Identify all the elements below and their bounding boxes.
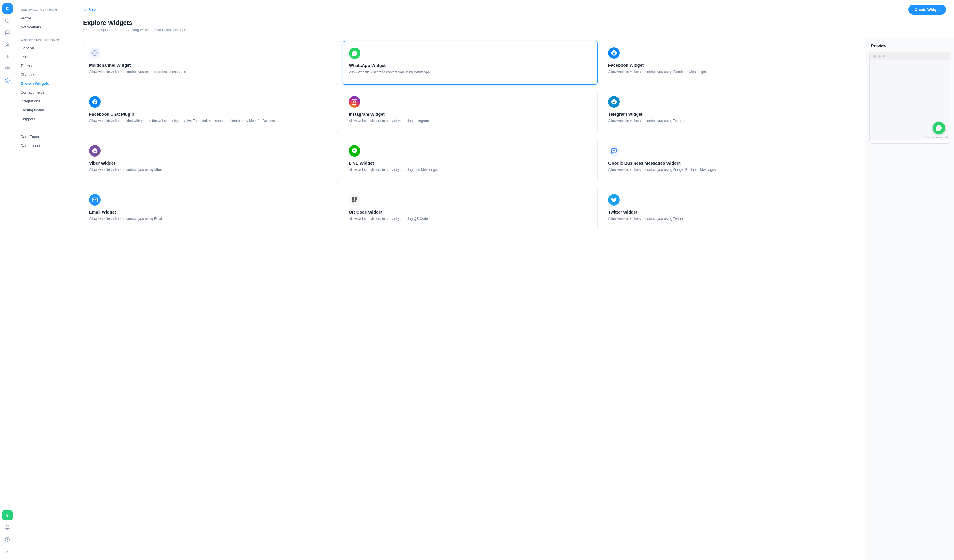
personal-section-label: Personal Settings [15, 6, 75, 14]
app-avatar[interactable]: C [2, 3, 12, 14]
user-avatar[interactable]: S [2, 510, 12, 521]
reports-icon[interactable] [2, 51, 12, 62]
browser-content: Powered by superlf.io [870, 60, 950, 140]
svg-point-1 [6, 20, 8, 22]
facebook-chat-icon [89, 96, 101, 107]
sidebar-icon-rail: C S [0, 0, 15, 560]
instagram-desc: Allow website visitors to contact you us… [349, 118, 592, 123]
twitter-icon [608, 194, 620, 205]
top-bar: Back Create Widget [75, 0, 954, 15]
notifications-icon[interactable] [2, 522, 12, 532]
facebook-desc: Allow website visitors to contact you us… [608, 69, 851, 75]
multichannel-title: Multichannel Widget [89, 63, 332, 68]
email-title: Email Widget [89, 210, 332, 215]
nav-item-growth-widgets[interactable]: Growth Widgets [15, 79, 75, 88]
nav-item-integrations[interactable]: Integrations [15, 97, 75, 106]
nav-item-data-export[interactable]: Data Export [15, 132, 75, 141]
widget-card-viber[interactable]: Viber Widget Allow website visitors to c… [83, 138, 338, 183]
multichannel-icon [89, 47, 101, 59]
nav-item-data-import[interactable]: Data Import [15, 141, 75, 150]
multichannel-desc: Allow website visitors to contact you on… [89, 69, 332, 75]
telegram-icon [608, 96, 620, 107]
widgets-area: Multichannel Widget Allow website visito… [75, 38, 954, 560]
powered-by-label: Powered by superlf.io [926, 136, 948, 138]
preview-whatsapp-button [932, 122, 945, 134]
nav-panel: Personal Settings Profile Notifications … [15, 0, 75, 560]
back-label: Back [88, 8, 97, 12]
widget-card-facebook-chat[interactable]: Facebook Chat Plugin Allow website visit… [83, 90, 338, 134]
qr-icon [349, 194, 360, 205]
nav-item-files[interactable]: Files [15, 123, 75, 132]
qr-desc: Allow website visitors to contact you us… [349, 216, 592, 221]
widget-card-qr[interactable]: QR Code Widget Allow website visitors to… [343, 188, 598, 232]
svg-rect-22 [352, 100, 357, 104]
nav-item-snippets[interactable]: Snippets [15, 115, 75, 123]
svg-rect-29 [353, 198, 354, 199]
preview-browser: Powered by superlf.io [870, 52, 950, 144]
widget-card-instagram[interactable]: Instagram Widget Allow website visitors … [343, 90, 598, 134]
widget-card-email[interactable]: Email Widget Allow website visitors to c… [83, 188, 338, 232]
email-desc: Allow website visitors to contact you us… [89, 216, 332, 221]
preview-panel: Preview Powered by superlf.io [865, 38, 954, 560]
back-link[interactable]: Back [83, 8, 97, 12]
email-icon [89, 194, 101, 205]
svg-rect-30 [355, 198, 356, 199]
widget-card-google[interactable]: Google Business Messages Widget Allow we… [602, 138, 857, 183]
check-icon[interactable] [2, 546, 12, 557]
whatsapp-icon [349, 48, 360, 59]
org-icon[interactable] [2, 64, 12, 74]
browser-bar [870, 52, 950, 60]
google-icon [608, 145, 620, 157]
nav-item-users[interactable]: Users [15, 52, 75, 61]
widget-card-multichannel[interactable]: Multichannel Widget Allow website visito… [83, 40, 338, 85]
create-widget-button[interactable]: Create Widget [909, 5, 946, 15]
twitter-title: Twitter Widget [608, 210, 851, 215]
viber-title: Viber Widget [89, 160, 332, 165]
line-title: LINE Widget [349, 160, 592, 165]
facebook-chat-desc: Allow website visitors to chat with you … [89, 118, 332, 123]
nav-item-contact-fields[interactable]: Contact Fields [15, 88, 75, 97]
qr-title: QR Code Widget [349, 210, 592, 215]
viber-desc: Allow website visitors to contact you us… [89, 167, 332, 173]
nav-item-channels[interactable]: Channels [15, 70, 75, 79]
svg-rect-7 [7, 67, 8, 68]
line-icon [349, 145, 360, 157]
facebook-chat-title: Facebook Chat Plugin [89, 112, 332, 117]
instagram-icon [349, 96, 360, 107]
widget-card-twitter[interactable]: Twitter Widget Allow website visitors to… [602, 188, 857, 232]
browser-dot-2 [878, 55, 881, 58]
nav-item-teams[interactable]: Teams [15, 61, 75, 70]
home-icon[interactable] [2, 16, 12, 26]
telegram-title: Telegram Widget [608, 112, 851, 117]
page-title: Explore Widgets [75, 15, 954, 28]
page-subtitle: Select a widget to start converting webs… [75, 28, 954, 38]
google-title: Google Business Messages Widget [608, 160, 851, 165]
chat-icon[interactable] [2, 28, 12, 38]
whatsapp-title: WhatsApp Widget [349, 63, 591, 68]
help-icon[interactable] [2, 534, 12, 544]
widgets-grid: Multichannel Widget Allow website visito… [83, 40, 857, 232]
settings-icon[interactable] [2, 76, 12, 86]
nav-item-general[interactable]: General [15, 44, 75, 52]
workspace-section-label: Workspace Settings [15, 36, 75, 44]
line-desc: Allow website visitors to contact you us… [349, 167, 592, 173]
widget-card-telegram[interactable]: Telegram Widget Allow website visitors t… [602, 90, 857, 134]
contacts-icon[interactable] [2, 39, 12, 50]
svg-rect-9 [7, 69, 8, 70]
twitter-desc: Allow website visitors to contact you us… [608, 216, 851, 221]
widget-card-whatsapp[interactable]: WhatsApp Widget Allow website visitors t… [343, 40, 598, 85]
widgets-grid-container: Multichannel Widget Allow website visito… [75, 38, 865, 560]
widget-card-facebook[interactable]: Facebook Widget Allow website visitors t… [602, 40, 857, 85]
nav-item-profile[interactable]: Profile [15, 14, 75, 23]
instagram-title: Instagram Widget [349, 112, 592, 117]
svg-rect-31 [353, 201, 354, 202]
svg-point-2 [6, 43, 8, 44]
preview-title: Preview [865, 38, 954, 52]
browser-dot-1 [873, 55, 876, 58]
widget-card-line[interactable]: LINE Widget Allow website visitors to co… [343, 138, 598, 183]
nav-item-closing-notes[interactable]: Closing Notes [15, 106, 75, 115]
facebook-title: Facebook Widget [608, 63, 851, 68]
viber-icon [89, 145, 101, 157]
nav-item-notifications[interactable]: Notifications [15, 23, 75, 31]
svg-point-0 [5, 19, 9, 23]
